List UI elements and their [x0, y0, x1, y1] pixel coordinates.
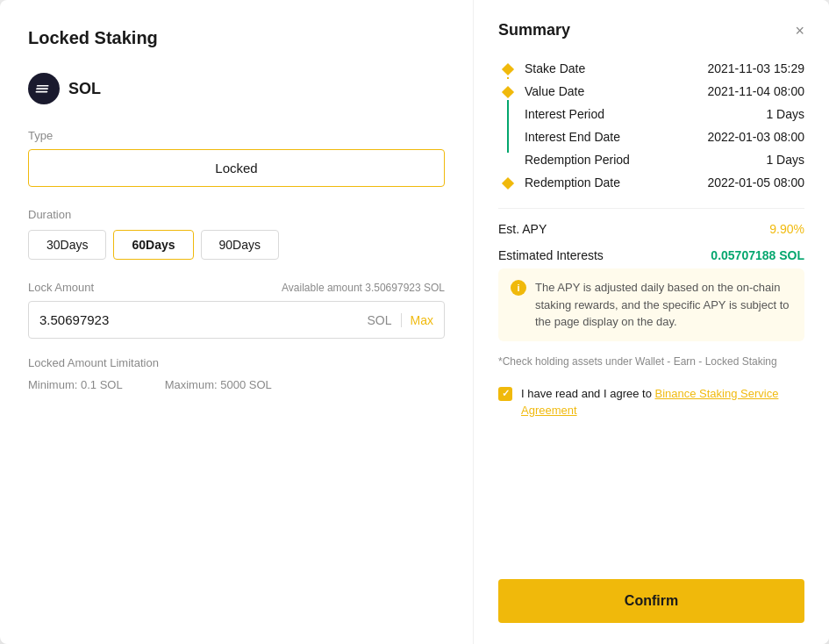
- duration-buttons: 30Days 60Days 90Days: [28, 230, 445, 260]
- interest-end-value: 2022-01-03 08:00: [707, 130, 804, 144]
- redemption-date-label: Redemption Date: [525, 175, 620, 190]
- agreement-row: I have read and I agree to Binance Staki…: [498, 385, 804, 419]
- svg-rect-2: [36, 88, 48, 89]
- svg-rect-1: [37, 85, 49, 87]
- info-box: i The APY is adjusted daily based on the…: [498, 268, 804, 341]
- timeline: Stake Date 2021-11-03 15:29 Value Date 2…: [498, 57, 804, 194]
- confirm-button[interactable]: Confirm: [498, 579, 804, 623]
- redemption-date-diamond-icon: [502, 177, 514, 190]
- redemption-period-value: 1 Days: [766, 153, 804, 167]
- stake-date-value: 2021-11-03 15:29: [707, 61, 804, 75]
- duration-label: Duration: [28, 208, 445, 221]
- currency-label: SOL: [368, 313, 402, 327]
- est-apy-label: Est. APY: [498, 222, 547, 236]
- timeline-row-stake-date: Stake Date 2021-11-03 15:29: [498, 57, 804, 80]
- info-text: The APY is adjusted daily based on the o…: [535, 279, 792, 331]
- close-button[interactable]: ×: [795, 23, 804, 39]
- type-label: Type: [28, 129, 445, 142]
- stake-date-connector: [507, 77, 509, 79]
- stake-date-label: Stake Date: [525, 61, 585, 75]
- sol-name: SOL: [68, 80, 101, 98]
- page-title: Locked Staking: [28, 28, 445, 48]
- lock-amount-label: Lock Amount: [28, 281, 94, 294]
- info-icon: i: [511, 280, 526, 296]
- agreement-checkbox[interactable]: [498, 387, 512, 401]
- summary-header: Summary ×: [498, 21, 804, 39]
- agreement-text-prefix: I have read and I agree to: [521, 387, 655, 400]
- duration-30-button[interactable]: 30Days: [28, 230, 106, 260]
- interest-period-label: Interest Period: [525, 107, 604, 121]
- redemption-date-value: 2022-01-05 08:00: [707, 175, 804, 190]
- summary-title: Summary: [498, 21, 570, 39]
- estimated-interests-row: Estimated Interests 0.05707188 SOL: [498, 242, 804, 268]
- est-apy-row: Est. APY 9.90%: [498, 216, 804, 242]
- estimated-interests-label: Estimated Interests: [498, 248, 604, 262]
- minimum-label: Minimum: 0.1 SOL: [28, 378, 123, 391]
- timeline-row-interest-end: Interest End Date 2022-01-03 08:00: [498, 125, 804, 148]
- timeline-row-redemption-date: Redemption Date 2022-01-05 08:00: [498, 171, 804, 194]
- timeline-row-redemption-period: Redemption Period 1 Days: [498, 148, 804, 171]
- amount-input-wrapper: SOL Max: [28, 301, 445, 339]
- timeline-row-interest-period: Interest Period 1 Days: [498, 103, 804, 125]
- agreement-text: I have read and I agree to Binance Staki…: [521, 385, 804, 419]
- timeline-row-value-date: Value Date 2021-11-04 08:00: [498, 80, 804, 103]
- estimated-interests-value: 0.05707188 SOL: [711, 248, 804, 262]
- interest-period-spacer: [504, 111, 512, 119]
- est-apy-value: 9.90%: [769, 222, 804, 236]
- duration-90-button[interactable]: 90Days: [201, 230, 279, 260]
- amount-input[interactable]: [39, 302, 368, 338]
- limitation-title: Locked Amount Limitation: [28, 356, 445, 369]
- available-amount: Available amount 3.50697923 SOL: [282, 282, 445, 294]
- stake-date-diamond-icon: [502, 63, 514, 75]
- interest-period-value: 1 Days: [766, 107, 804, 121]
- interest-end-label: Interest End Date: [525, 130, 620, 144]
- type-select[interactable]: Locked: [28, 149, 445, 187]
- interest-end-spacer: [504, 133, 512, 142]
- value-date-value: 2021-11-04 08:00: [707, 84, 804, 98]
- value-date-diamond-icon: [502, 86, 514, 98]
- maximum-label: Maximum: 5000 SOL: [165, 378, 272, 391]
- sol-icon: [28, 73, 60, 104]
- max-button[interactable]: Max: [411, 313, 433, 327]
- redemption-period-label: Redemption Period: [525, 153, 630, 167]
- divider-1: [498, 208, 804, 209]
- limitation-row: Minimum: 0.1 SOL Maximum: 5000 SOL: [28, 378, 445, 391]
- redemption-period-spacer: [504, 156, 512, 165]
- svg-rect-3: [35, 91, 47, 93]
- duration-60-button[interactable]: 60Days: [113, 230, 193, 260]
- value-date-label: Value Date: [525, 84, 584, 98]
- check-note: *Check holding assets under Wallet - Ear…: [498, 355, 804, 368]
